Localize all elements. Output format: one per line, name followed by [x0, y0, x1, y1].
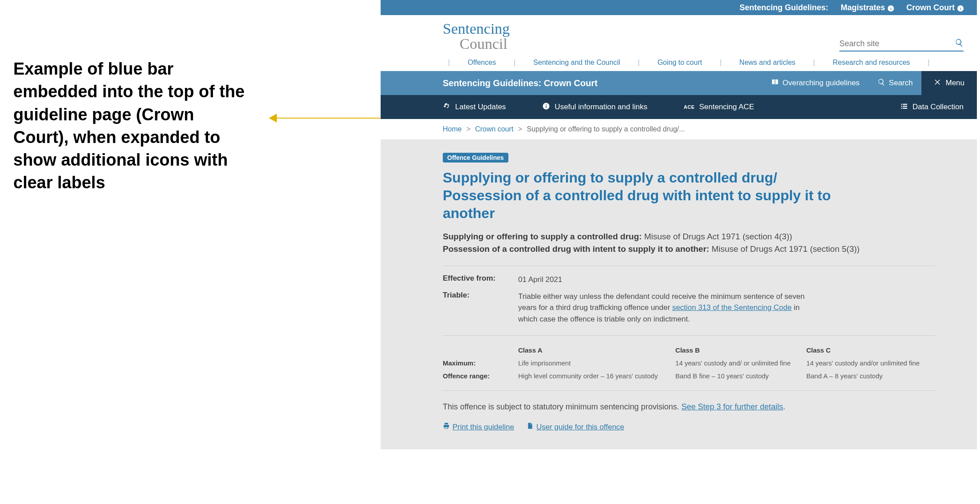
nav-research-resources[interactable]: Research and resources [820, 59, 922, 67]
print-guideline-link[interactable]: Print this guideline [443, 422, 514, 432]
annotation-arrow [275, 118, 382, 119]
class-header-row: Class A Class B Class C [443, 344, 935, 357]
max-class-b: 14 years' custody and/ or unlimited fine [675, 357, 806, 369]
screenshot-frame: Sentencing Guidelines: Magistrates› Crow… [381, 0, 977, 449]
nav-offences[interactable]: Offences [455, 59, 508, 67]
col-class-b: Class B [675, 344, 806, 357]
svg-rect-4 [903, 103, 907, 104]
triable-row: Triable: Triable either way unless the d… [443, 288, 935, 325]
row-range-label: Offence range: [443, 369, 518, 382]
user-guide-link[interactable]: User guide for this offence [527, 422, 624, 432]
header-row: Sentencing Council [381, 15, 977, 56]
maximum-row: Maximum: Life imprisonment 14 years' cus… [443, 357, 935, 369]
darkbar-data-collection[interactable]: Data Collection [900, 102, 964, 112]
darkbar-latest-updates[interactable]: Latest Updates [443, 102, 524, 112]
sentencing-code-link[interactable]: section 313 of the Sentencing Code [672, 303, 791, 312]
content-area: Offence Guidelines Supplying or offering… [381, 139, 977, 449]
breadcrumb-crown-court[interactable]: Crown court [475, 125, 513, 133]
search-input[interactable] [839, 39, 955, 48]
nav-separator: | [443, 59, 455, 67]
guideline-expanded-bar: Latest Updates Useful information and li… [381, 95, 977, 119]
guideline-blue-bar: Sentencing Guidelines: Crown Court Overa… [381, 71, 977, 95]
range-class-c: Band A – 8 years' custody [806, 369, 935, 382]
top-utility-bar: Sentencing Guidelines: Magistrates› Crow… [381, 0, 977, 15]
triable-label: Triable: [443, 291, 518, 325]
offence-range-row: Offence range: High level community orde… [443, 369, 935, 382]
site-search[interactable] [839, 38, 964, 52]
document-icon [527, 422, 534, 432]
search-icon[interactable] [955, 38, 964, 49]
bluebar-menu-toggle[interactable]: Menu [921, 71, 977, 95]
refresh-icon [443, 102, 451, 112]
effective-value: 01 April 2021 [518, 274, 820, 286]
book-icon [771, 78, 779, 88]
chevron-right-icon: › [957, 5, 964, 12]
svg-rect-1 [546, 105, 547, 107]
bluebar-search[interactable]: Search [869, 71, 922, 95]
primary-nav: | Offences | Sentencing and the Council … [381, 56, 977, 71]
class-table: Class A Class B Class C Maximum: Life im… [443, 335, 935, 391]
breadcrumb-separator: > [516, 125, 525, 133]
triable-value: Triable either way unless the defendant … [518, 291, 820, 325]
bluebar-overarching-guidelines[interactable]: Overarching guidelines [762, 71, 869, 95]
svg-rect-3 [901, 103, 902, 104]
nav-sentencing-council[interactable]: Sentencing and the Council [521, 59, 633, 67]
topbar-link-crown-court[interactable]: Crown Court› [906, 3, 964, 12]
col-class-c: Class C [806, 344, 935, 357]
ace-icon: ACE [684, 104, 695, 110]
offence-pill: Offence Guidelines [443, 153, 508, 163]
close-icon [934, 78, 942, 88]
search-icon [878, 78, 886, 88]
svg-rect-2 [546, 104, 547, 105]
breadcrumb-home[interactable]: Home [443, 125, 462, 133]
offence-line-1: Supplying or offering to supply a contro… [443, 232, 935, 242]
range-class-a: High level community order – 16 years' c… [518, 369, 675, 382]
print-icon [443, 422, 450, 432]
action-links: Print this guideline User guide for this… [443, 422, 935, 432]
nav-news-articles[interactable]: News and articles [727, 59, 808, 67]
bluebar-title: Sentencing Guidelines: Crown Court [443, 78, 598, 88]
range-class-b: Band B fine – 10 years' custody [675, 369, 806, 382]
see-step-3-link[interactable]: See Step 3 for further details [681, 402, 783, 411]
breadcrumb: Home > Crown court > Supplying or offeri… [381, 119, 977, 139]
max-class-c: 14 years' custody and/or unlimited fine [806, 357, 935, 369]
chevron-right-icon: › [888, 5, 894, 12]
col-class-a: Class A [518, 344, 675, 357]
nav-going-to-court[interactable]: Going to court [645, 59, 715, 67]
effective-from-row: Effective from: 01 April 2021 [443, 266, 935, 286]
logo-word-2: Council [443, 36, 510, 52]
offence-line-2: Possession of a controlled drug with int… [443, 244, 935, 254]
topbar-prefix: Sentencing Guidelines: [740, 3, 828, 12]
svg-rect-8 [903, 107, 907, 108]
breadcrumb-separator: > [464, 125, 473, 133]
svg-rect-7 [901, 107, 902, 108]
nav-separator: | [714, 59, 727, 67]
annotation-text: Example of blue bar embedded into the to… [13, 58, 248, 194]
site-logo[interactable]: Sentencing Council [443, 21, 510, 52]
breadcrumb-current: Supplying or offering to supply a contro… [527, 125, 685, 133]
svg-rect-6 [903, 106, 907, 107]
topbar-link-magistrates[interactable]: Magistrates› [841, 3, 894, 12]
darkbar-sentencing-ace[interactable]: ACE Sentencing ACE [684, 103, 773, 111]
nav-separator: | [633, 59, 645, 67]
nav-separator: | [508, 59, 521, 67]
row-maximum-label: Maximum: [443, 357, 518, 369]
effective-label: Effective from: [443, 274, 518, 286]
info-icon [542, 102, 550, 112]
darkbar-useful-info[interactable]: Useful information and links [542, 102, 666, 112]
logo-word-1: Sentencing [443, 21, 510, 36]
nav-separator: | [808, 59, 820, 67]
nav-separator: | [922, 59, 935, 67]
page-title: Supplying or offering to supply a contro… [443, 169, 833, 222]
list-icon [900, 102, 908, 112]
svg-rect-5 [901, 106, 902, 107]
statutory-note: This offence is subject to statutory min… [443, 402, 935, 412]
max-class-a: Life imprisonment [518, 357, 675, 369]
